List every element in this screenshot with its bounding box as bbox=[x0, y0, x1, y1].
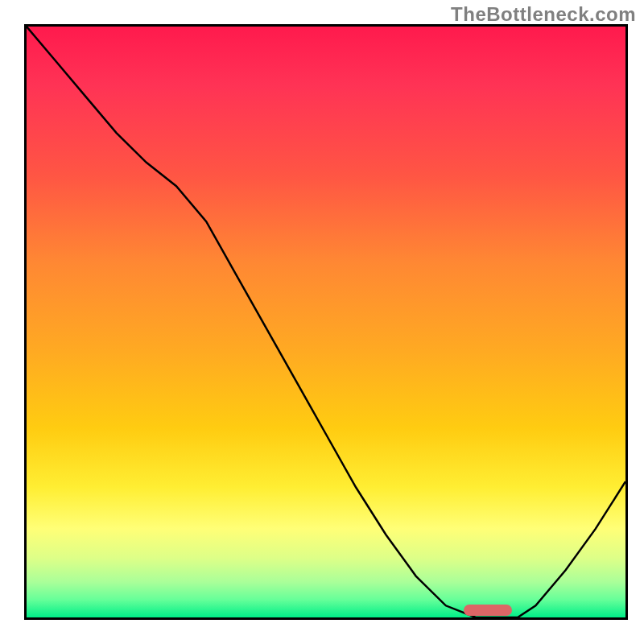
optimal-marker bbox=[464, 605, 512, 616]
plot-area bbox=[24, 24, 628, 620]
bottleneck-curve bbox=[27, 27, 625, 617]
curve-svg bbox=[27, 27, 625, 617]
watermark-text: TheBottleneck.com bbox=[451, 3, 636, 26]
bottleneck-chart: TheBottleneck.com bbox=[0, 0, 644, 644]
